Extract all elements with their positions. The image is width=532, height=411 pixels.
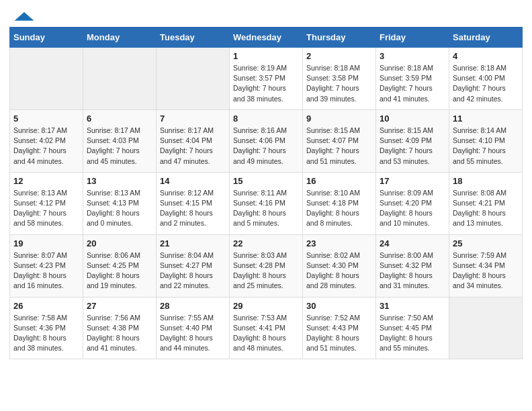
calendar-cell: 23Sunrise: 8:02 AMSunset: 4:30 PMDayligh… (303, 234, 376, 297)
calendar-week-1: 1Sunrise: 8:19 AMSunset: 3:57 PMDaylight… (10, 48, 523, 110)
day-number: 25 (453, 238, 519, 248)
day-number: 31 (380, 301, 445, 311)
day-number: 4 (453, 51, 519, 61)
calendar-cell: 10Sunrise: 8:15 AMSunset: 4:09 PMDayligh… (376, 109, 449, 172)
day-info: Sunrise: 7:59 AMSunset: 4:34 PMDaylight:… (453, 250, 519, 291)
logo (13, 11, 35, 24)
calendar-cell: 7Sunrise: 8:17 AMSunset: 4:04 PMDaylight… (157, 109, 230, 172)
day-info: Sunrise: 8:17 AMSunset: 4:02 PMDaylight:… (13, 126, 79, 167)
calendar-cell: 15Sunrise: 8:11 AMSunset: 4:16 PMDayligh… (230, 172, 303, 234)
calendar-container: SundayMondayTuesdayWednesdayThursdayFrid… (0, 27, 532, 369)
day-info: Sunrise: 8:18 AMSunset: 4:00 PMDaylight:… (453, 63, 519, 104)
day-info: Sunrise: 8:12 AMSunset: 4:15 PMDaylight:… (160, 188, 226, 229)
day-number: 14 (160, 176, 226, 186)
day-info: Sunrise: 8:06 AMSunset: 4:25 PMDaylight:… (87, 250, 152, 291)
day-info: Sunrise: 7:56 AMSunset: 4:38 PMDaylight:… (87, 313, 152, 354)
day-info: Sunrise: 8:19 AMSunset: 3:57 PMDaylight:… (233, 63, 299, 104)
day-number: 8 (233, 113, 299, 124)
calendar-cell: 13Sunrise: 8:13 AMSunset: 4:13 PMDayligh… (83, 172, 157, 234)
day-number: 27 (87, 301, 152, 311)
calendar-cell: 20Sunrise: 8:06 AMSunset: 4:25 PMDayligh… (83, 234, 157, 297)
day-number: 9 (306, 113, 372, 124)
day-info: Sunrise: 8:18 AMSunset: 3:58 PMDaylight:… (306, 63, 372, 104)
day-info: Sunrise: 8:03 AMSunset: 4:28 PMDaylight:… (233, 250, 299, 291)
day-number: 11 (453, 113, 519, 124)
day-number: 15 (233, 176, 299, 186)
calendar-cell: 2Sunrise: 8:18 AMSunset: 3:58 PMDaylight… (303, 48, 376, 110)
calendar-cell: 26Sunrise: 7:58 AMSunset: 4:36 PMDayligh… (10, 297, 83, 359)
day-number: 30 (306, 301, 372, 311)
day-info: Sunrise: 8:14 AMSunset: 4:10 PMDaylight:… (453, 126, 519, 167)
column-header-friday: Friday (376, 28, 449, 48)
calendar-cell: 11Sunrise: 8:14 AMSunset: 4:10 PMDayligh… (449, 109, 523, 172)
day-info: Sunrise: 7:55 AMSunset: 4:40 PMDaylight:… (160, 313, 226, 354)
calendar-cell: 27Sunrise: 7:56 AMSunset: 4:38 PMDayligh… (83, 297, 157, 359)
calendar-cell: 16Sunrise: 8:10 AMSunset: 4:18 PMDayligh… (303, 172, 376, 234)
calendar-table: SundayMondayTuesdayWednesdayThursdayFrid… (9, 27, 523, 359)
calendar-cell: 21Sunrise: 8:04 AMSunset: 4:27 PMDayligh… (157, 234, 230, 297)
day-info: Sunrise: 8:08 AMSunset: 4:21 PMDaylight:… (453, 188, 519, 229)
day-number: 6 (87, 113, 152, 124)
calendar-cell: 18Sunrise: 8:08 AMSunset: 4:21 PMDayligh… (449, 172, 523, 234)
day-number: 18 (453, 176, 519, 186)
calendar-cell (83, 48, 157, 110)
calendar-header-row: SundayMondayTuesdayWednesdayThursdayFrid… (10, 28, 523, 48)
logo-icon (13, 11, 35, 24)
day-number: 2 (306, 51, 372, 61)
day-number: 13 (87, 176, 152, 186)
day-info: Sunrise: 8:17 AMSunset: 4:03 PMDaylight:… (87, 126, 152, 167)
day-info: Sunrise: 8:00 AMSunset: 4:32 PMDaylight:… (380, 250, 445, 291)
day-info: Sunrise: 8:13 AMSunset: 4:13 PMDaylight:… (87, 188, 152, 229)
day-number: 10 (380, 113, 445, 124)
day-number: 1 (233, 51, 299, 61)
calendar-cell: 4Sunrise: 8:18 AMSunset: 4:00 PMDaylight… (449, 48, 523, 110)
day-number: 3 (380, 51, 445, 61)
calendar-cell: 25Sunrise: 7:59 AMSunset: 4:34 PMDayligh… (449, 234, 523, 297)
day-number: 7 (160, 113, 226, 124)
calendar-week-2: 5Sunrise: 8:17 AMSunset: 4:02 PMDaylight… (10, 109, 523, 172)
day-info: Sunrise: 8:17 AMSunset: 4:04 PMDaylight:… (160, 126, 226, 167)
calendar-cell: 30Sunrise: 7:52 AMSunset: 4:43 PMDayligh… (303, 297, 376, 359)
day-info: Sunrise: 7:58 AMSunset: 4:36 PMDaylight:… (13, 313, 79, 354)
calendar-cell: 28Sunrise: 7:55 AMSunset: 4:40 PMDayligh… (157, 297, 230, 359)
calendar-week-4: 19Sunrise: 8:07 AMSunset: 4:23 PMDayligh… (10, 234, 523, 297)
calendar-cell: 5Sunrise: 8:17 AMSunset: 4:02 PMDaylight… (10, 109, 83, 172)
day-number: 20 (87, 238, 152, 248)
day-info: Sunrise: 7:53 AMSunset: 4:41 PMDaylight:… (233, 313, 299, 354)
calendar-week-5: 26Sunrise: 7:58 AMSunset: 4:36 PMDayligh… (10, 297, 523, 359)
day-number: 29 (233, 301, 299, 311)
calendar-cell: 24Sunrise: 8:00 AMSunset: 4:32 PMDayligh… (376, 234, 449, 297)
day-number: 16 (306, 176, 372, 186)
calendar-cell (157, 48, 230, 110)
page-header (0, 0, 532, 27)
calendar-cell: 22Sunrise: 8:03 AMSunset: 4:28 PMDayligh… (230, 234, 303, 297)
column-header-monday: Monday (83, 28, 157, 48)
day-number: 28 (160, 301, 226, 311)
calendar-cell: 3Sunrise: 8:18 AMSunset: 3:59 PMDaylight… (376, 48, 449, 110)
day-info: Sunrise: 8:04 AMSunset: 4:27 PMDaylight:… (160, 250, 226, 291)
day-number: 12 (13, 176, 79, 186)
day-info: Sunrise: 8:02 AMSunset: 4:30 PMDaylight:… (306, 250, 372, 291)
day-number: 21 (160, 238, 226, 248)
day-info: Sunrise: 8:09 AMSunset: 4:20 PMDaylight:… (380, 188, 445, 229)
calendar-cell: 6Sunrise: 8:17 AMSunset: 4:03 PMDaylight… (83, 109, 157, 172)
day-number: 22 (233, 238, 299, 248)
calendar-cell: 8Sunrise: 8:16 AMSunset: 4:06 PMDaylight… (230, 109, 303, 172)
day-info: Sunrise: 8:07 AMSunset: 4:23 PMDaylight:… (13, 250, 79, 291)
day-info: Sunrise: 8:18 AMSunset: 3:59 PMDaylight:… (380, 63, 445, 104)
column-header-thursday: Thursday (303, 28, 376, 48)
calendar-cell: 1Sunrise: 8:19 AMSunset: 3:57 PMDaylight… (230, 48, 303, 110)
calendar-cell (10, 48, 83, 110)
day-info: Sunrise: 8:13 AMSunset: 4:12 PMDaylight:… (13, 188, 79, 229)
calendar-cell: 9Sunrise: 8:15 AMSunset: 4:07 PMDaylight… (303, 109, 376, 172)
day-info: Sunrise: 7:50 AMSunset: 4:45 PMDaylight:… (380, 313, 445, 354)
calendar-cell (449, 297, 523, 359)
day-number: 5 (13, 113, 79, 124)
calendar-cell: 31Sunrise: 7:50 AMSunset: 4:45 PMDayligh… (376, 297, 449, 359)
day-info: Sunrise: 8:15 AMSunset: 4:07 PMDaylight:… (306, 126, 372, 167)
column-header-sunday: Sunday (10, 28, 83, 48)
day-number: 26 (13, 301, 79, 311)
calendar-cell: 12Sunrise: 8:13 AMSunset: 4:12 PMDayligh… (10, 172, 83, 234)
day-number: 23 (306, 238, 372, 248)
day-info: Sunrise: 8:16 AMSunset: 4:06 PMDaylight:… (233, 126, 299, 167)
